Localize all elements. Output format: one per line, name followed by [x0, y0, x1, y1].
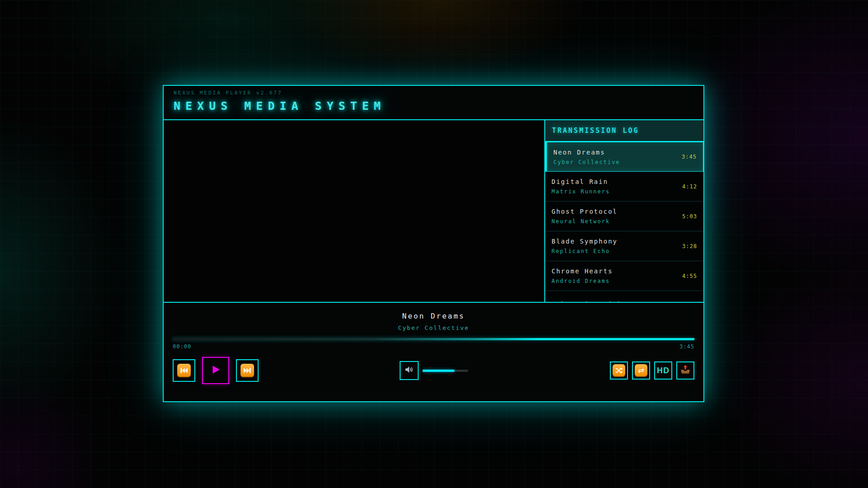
- skip-previous-icon: [177, 364, 191, 377]
- app-title: NEXUS MEDIA SYSTEM: [174, 99, 693, 113]
- playlist-item-neon-dreams[interactable]: Neon Dreams Cyber Collective 3:45: [545, 142, 703, 172]
- playlist-item-text: Ghost Protocol Neural Network: [552, 208, 618, 225]
- play-icon: [210, 364, 222, 377]
- playlist-item-title: Digital Rain: [552, 178, 610, 185]
- playlist-item-artist: Android Dreams: [552, 278, 613, 284]
- shuffle-button[interactable]: [610, 361, 628, 380]
- transport-left-group: [173, 357, 259, 384]
- progress-bar[interactable]: [173, 338, 694, 340]
- hd-quality-button[interactable]: HD: [654, 361, 672, 380]
- playlist-item-text: Neon Dreams Cyber Collective: [553, 149, 620, 165]
- playlist-item-title: Blade Symphony: [552, 238, 618, 245]
- playlist-item-ghost-protocol[interactable]: Ghost Protocol Neural Network 5:03: [545, 202, 703, 231]
- playlist-item-title: Neon Dreams: [553, 149, 620, 156]
- playlist-item-duration: 5:03: [682, 213, 697, 220]
- playlist-item-cyber-city-lights[interactable]: Cyber City Lights: [545, 291, 703, 302]
- player-controls-panel: Neon Dreams Cyber Collective 00:00 3:45: [164, 302, 703, 401]
- playlist-panel: TRANSMISSION LOG Neon Dreams Cyber Colle…: [544, 120, 703, 302]
- playlist-item-text: Cyber City Lights: [552, 300, 632, 302]
- previous-track-button[interactable]: [173, 359, 195, 382]
- video-display: [164, 120, 544, 302]
- playlist-item-blade-symphony[interactable]: Blade Symphony Replicant Echo 3:28: [545, 231, 703, 261]
- outbox-tray-icon: [679, 364, 691, 377]
- eject-button[interactable]: [676, 361, 694, 380]
- next-track-button[interactable]: [236, 359, 259, 382]
- playlist-item-artist: Replicant Echo: [552, 248, 618, 254]
- playlist-item-artist: Cyber Collective: [553, 159, 620, 165]
- volume-group: [400, 361, 468, 380]
- skip-next-icon: [241, 364, 254, 377]
- repeat-button[interactable]: [632, 361, 650, 380]
- playlist-item-chrome-hearts[interactable]: Chrome Hearts Android Dreams 4:55: [545, 261, 703, 291]
- playlist-header: TRANSMISSION LOG: [545, 120, 703, 142]
- playlist-item-title: Ghost Protocol: [552, 208, 618, 215]
- playlist-item-duration: 3:45: [682, 154, 697, 160]
- play-button[interactable]: [202, 357, 229, 384]
- transport-controls: HD: [173, 357, 694, 384]
- playlist-item-digital-rain[interactable]: Digital Rain Matrix Runners 4:12: [545, 172, 703, 202]
- playlist-item-duration: 4:12: [682, 183, 697, 190]
- volume-fill: [423, 370, 454, 372]
- total-duration: 3:45: [679, 343, 694, 350]
- elapsed-time: 00:00: [173, 343, 191, 350]
- main-area: TRANSMISSION LOG Neon Dreams Cyber Colle…: [164, 120, 703, 302]
- hd-label: HD: [657, 366, 670, 375]
- playlist-item-duration: 4:55: [682, 273, 697, 279]
- shuffle-icon: [613, 364, 625, 377]
- repeat-icon: [635, 364, 647, 377]
- volume-button[interactable]: [400, 361, 419, 380]
- now-playing-title: Neon Dreams: [173, 312, 694, 320]
- playlist-item-duration: 3:28: [682, 243, 697, 249]
- window-header: NEXUS MEDIA PLAYER v2.077 NEXUS MEDIA SY…: [164, 86, 703, 120]
- playlist-item-artist: Matrix Runners: [552, 188, 610, 195]
- playlist-item-title: Chrome Hearts: [552, 267, 613, 275]
- volume-slider[interactable]: [423, 370, 468, 372]
- playlist-item-artist: Neural Network: [552, 218, 618, 225]
- titlebar-text: NEXUS MEDIA PLAYER v2.077: [174, 90, 693, 96]
- transport-right-group: HD: [610, 361, 694, 380]
- playlist-item-text: Digital Rain Matrix Runners: [552, 178, 610, 195]
- playlist-item-title: Cyber City Lights: [552, 300, 632, 302]
- now-playing-artist: Cyber Collective: [173, 324, 694, 331]
- speaker-icon: [404, 364, 415, 377]
- media-player-window: NEXUS MEDIA PLAYER v2.077 NEXUS MEDIA SY…: [163, 85, 704, 402]
- time-row: 00:00 3:45: [173, 343, 694, 350]
- playlist-item-text: Blade Symphony Replicant Echo: [552, 238, 618, 254]
- playlist-item-text: Chrome Hearts Android Dreams: [552, 267, 613, 284]
